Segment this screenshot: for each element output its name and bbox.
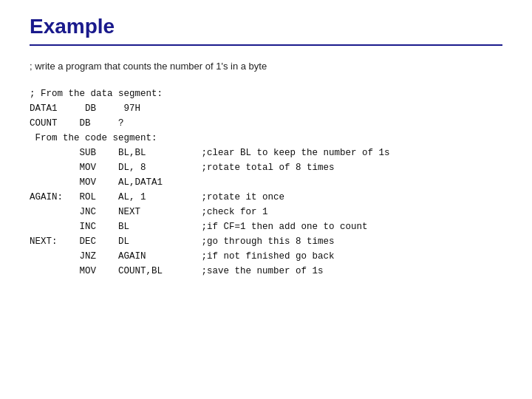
code-text: SUB BL,BL ;clear BL to keep the number o… [30, 146, 390, 160]
code-text: JNZ AGAIN ;if not finished go back [30, 249, 335, 264]
code-text: MOV DL, 8 ;rotate total of 8 times [30, 160, 335, 175]
code-text: NEXT: DEC DL ;go through this 8 times [30, 234, 335, 249]
code-line: ; From the data segment: [30, 86, 502, 101]
code-text: INC BL ;if CF=1 then add one to count [30, 219, 368, 234]
code-line: COUNT DB ? [30, 116, 502, 131]
code-line: JNZ AGAIN ;if not finished go back [30, 249, 502, 264]
code-text: MOV COUNT,BL ;save the number of 1s [30, 264, 324, 279]
code-text: COUNT DB ? [30, 116, 124, 131]
code-block: ; From the data segment: DATA1 DB 97H CO… [30, 86, 502, 279]
code-line: MOV COUNT,BL ;save the number of 1s [30, 264, 502, 279]
code-text: MOV AL,DATA1 [30, 175, 163, 190]
code-text: JNC NEXT ;check for 1 [30, 205, 268, 219]
code-line: DATA1 DB 97H [30, 101, 502, 116]
page-title: Example [30, 15, 502, 38]
code-line: INC BL ;if CF=1 then add one to count [30, 219, 502, 234]
code-line: MOV AL,DATA1 [30, 175, 502, 190]
intro-text: ; write a program that counts the number… [30, 61, 502, 72]
code-line: MOV DL, 8 ;rotate total of 8 times [30, 160, 502, 175]
code-line: From the code segment: [30, 131, 502, 146]
code-text: ; From the data segment: [30, 86, 163, 101]
code-line: SUB BL,BL ;clear BL to keep the number o… [30, 146, 502, 160]
code-line: NEXT: DEC DL ;go through this 8 times [30, 234, 502, 249]
code-text: From the code segment: [30, 131, 157, 146]
code-text: AGAIN: ROL AL, 1 ;rotate it once [30, 190, 284, 205]
code-text: DATA1 DB 97H [30, 101, 140, 116]
page-container: Example ; write a program that counts th… [0, 0, 532, 399]
title-divider [30, 44, 502, 46]
code-line: JNC NEXT ;check for 1 [30, 205, 502, 219]
code-line: AGAIN: ROL AL, 1 ;rotate it once [30, 190, 502, 205]
